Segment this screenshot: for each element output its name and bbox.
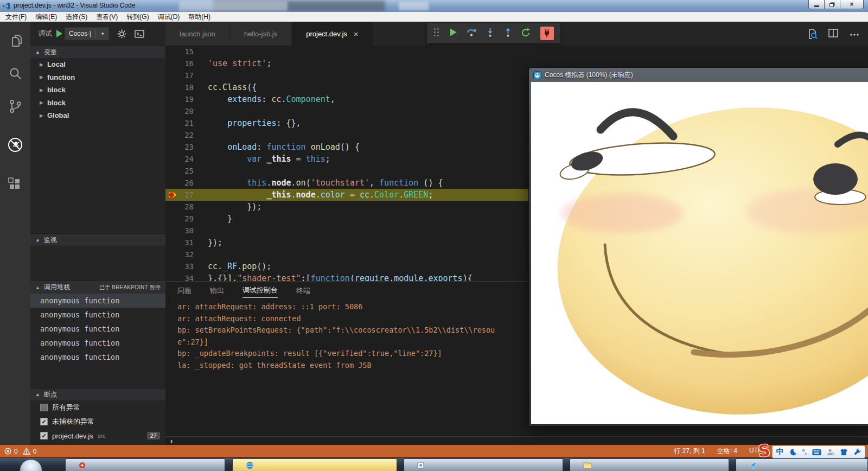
gutter[interactable]: 16: [165, 58, 208, 69]
gutter[interactable]: 31: [165, 237, 208, 249]
stack-frame[interactable]: anonymous function: [30, 322, 165, 336]
menu-item[interactable]: 编辑(E): [31, 12, 61, 22]
moon-icon[interactable]: [789, 448, 797, 456]
start-debug-button[interactable]: [56, 30, 62, 37]
panel-tab-调试控制台[interactable]: 调试控制台: [242, 285, 278, 298]
menu-item[interactable]: 转到(G): [122, 12, 153, 22]
checkbox[interactable]: ✓: [40, 418, 48, 425]
breakpoint-row[interactable]: ✓project.dev.jssrc27: [30, 429, 165, 443]
step-into-icon[interactable]: [486, 28, 494, 39]
window-titlebar[interactable]: project.dev.js - win32 - Visual Studio C…: [0, 0, 868, 12]
section-header-breakpoints[interactable]: ▲ 断点: [30, 388, 165, 400]
taskbar-button-plane[interactable]: [736, 459, 868, 471]
gutter[interactable]: 29: [165, 213, 208, 225]
stack-frame[interactable]: anonymous function: [30, 350, 165, 364]
gutter[interactable]: 15: [165, 46, 208, 58]
section-header-callstack[interactable]: ▲ 调用堆栈 已于 BREAKPOINT 暂停: [30, 281, 165, 294]
close-icon[interactable]: ×: [354, 30, 359, 38]
step-out-icon[interactable]: [504, 28, 512, 39]
start-button[interactable]: [20, 459, 42, 471]
gutter[interactable]: 19: [165, 93, 208, 105]
drag-handle[interactable]: [433, 28, 439, 39]
status-item[interactable]: 行 27, 列 1: [674, 447, 705, 456]
ime-punctuation[interactable]: °,: [802, 448, 807, 456]
gutter[interactable]: 24: [165, 153, 208, 165]
gutter[interactable]: 20: [165, 105, 208, 117]
taskbar-button-white-app[interactable]: [404, 459, 563, 471]
status-item[interactable]: 空格: 4: [717, 447, 737, 456]
close-button[interactable]: ×: [840, 0, 864, 9]
tab-hello-jsb.js[interactable]: hello-jsb.js: [230, 22, 292, 46]
gutter[interactable]: 30: [165, 225, 208, 237]
step-over-icon[interactable]: [467, 28, 476, 39]
gutter[interactable]: 27: [165, 189, 208, 201]
gutter[interactable]: 28: [165, 201, 208, 213]
wrench-icon[interactable]: [853, 448, 861, 456]
variables-scope-item[interactable]: ▶block: [30, 97, 165, 110]
debug-config-select[interactable]: Cocos-| ▼: [65, 27, 109, 40]
gutter[interactable]: 23: [165, 141, 208, 153]
debug-console-icon[interactable]: [135, 30, 144, 38]
errors-icon[interactable]: [4, 448, 11, 455]
variables-scope-item[interactable]: ▶Local: [30, 58, 165, 71]
menu-item[interactable]: 选择(S): [61, 12, 92, 22]
gutter[interactable]: 17: [165, 69, 208, 81]
cocos-simulator-window[interactable]: Cocos 模拟器 (100%) (未响应): [529, 68, 868, 426]
warnings-count[interactable]: 0: [33, 448, 37, 455]
gear-icon[interactable]: [117, 29, 126, 39]
files-icon[interactable]: [0, 28, 30, 53]
checkbox[interactable]: [40, 404, 48, 411]
gutter[interactable]: 34: [165, 272, 208, 281]
errors-count[interactable]: 0: [14, 448, 18, 455]
panel-tab-输出[interactable]: 输出: [210, 286, 224, 298]
stack-frame[interactable]: anonymous function: [30, 308, 165, 322]
warnings-icon[interactable]: [23, 448, 30, 455]
checkbox[interactable]: ✓: [40, 432, 48, 440]
split-editor-icon[interactable]: [828, 29, 839, 41]
variables-scope-item[interactable]: ▶Global: [30, 109, 165, 122]
user-profile-icon[interactable]: [827, 448, 834, 456]
variables-scope-item[interactable]: ▶function: [30, 71, 165, 84]
extensions-icon[interactable]: [0, 171, 30, 196]
simulator-titlebar[interactable]: Cocos 模拟器 (100%) (未响应): [529, 68, 868, 82]
panel-tab-终端[interactable]: 终端: [296, 286, 310, 298]
restore-button[interactable]: [824, 0, 840, 9]
gutter[interactable]: 18: [165, 81, 208, 93]
taskbar-button-red-dot-app[interactable]: [65, 459, 225, 471]
open-preview-icon[interactable]: [807, 29, 818, 41]
panel-tab-问题[interactable]: 问题: [177, 286, 192, 298]
gutter[interactable]: 33: [165, 260, 208, 272]
skin-shirt-icon[interactable]: [840, 448, 848, 456]
gutter[interactable]: 32: [165, 249, 208, 260]
breakpoint-row[interactable]: ✓未捕获的异常: [30, 415, 165, 429]
minimize-button[interactable]: [808, 0, 825, 9]
menu-item[interactable]: 调试(D): [154, 12, 184, 22]
gutter[interactable]: 22: [165, 129, 208, 141]
more-actions-icon[interactable]: [850, 29, 859, 41]
gutter[interactable]: 25: [165, 165, 208, 177]
keyboard-icon[interactable]: [812, 449, 821, 456]
source-control-icon[interactable]: [0, 93, 30, 118]
debug-icon[interactable]: [0, 132, 30, 157]
breakpoint-row[interactable]: 所有异常: [30, 400, 165, 415]
ime-chinese-mode[interactable]: 中: [776, 447, 784, 457]
code-line-15[interactable]: 15: [165, 46, 868, 58]
menu-item[interactable]: 文件(F): [1, 12, 31, 22]
section-header-watch[interactable]: ▲ 监视: [30, 233, 165, 246]
restart-icon[interactable]: [521, 28, 531, 39]
variables-scope-item[interactable]: ▶block: [30, 84, 165, 97]
taskbar-button-folder[interactable]: [570, 459, 729, 471]
gutter[interactable]: 26: [165, 177, 208, 189]
simulator-viewport[interactable]: [531, 82, 868, 424]
gutter[interactable]: 21: [165, 117, 208, 129]
tab-launch.json[interactable]: launch.json: [165, 22, 230, 46]
menu-item[interactable]: 帮助(H): [184, 12, 215, 22]
section-header-variables[interactable]: ▲ 变量: [30, 46, 165, 58]
continue-icon[interactable]: [449, 28, 457, 39]
stack-frame[interactable]: anonymous function: [30, 336, 165, 350]
sogou-logo-icon[interactable]: S: [758, 443, 771, 459]
search-icon[interactable]: [0, 61, 30, 86]
current-breakpoint-icon[interactable]: [168, 191, 177, 199]
stop-disconnect-icon[interactable]: [540, 27, 554, 40]
taskbar-button-ie-globe[interactable]: [232, 459, 397, 471]
